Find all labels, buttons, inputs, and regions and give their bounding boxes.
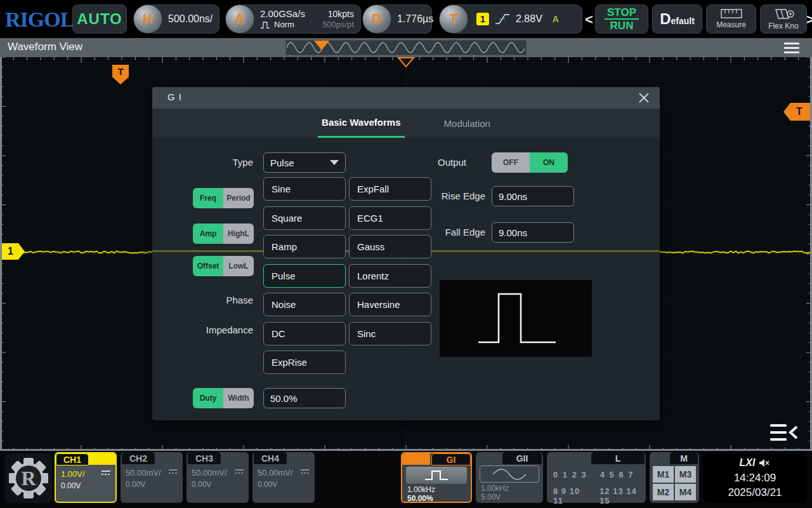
mute-speaker-icon [759,458,770,468]
math-m4[interactable]: M4 [675,484,696,500]
ch2-scale: 50.00mV/ [126,468,161,478]
duty-input[interactable]: 50.0% [263,388,346,408]
math-m1[interactable]: M1 [653,466,674,483]
waveform-lorentz[interactable]: Lorentz [349,264,431,288]
ch2-offset: 0.00V [126,480,145,489]
toolbar-scroll-right-icon[interactable]: > [806,11,812,28]
waveform-ramp[interactable]: Ramp [263,235,346,258]
output-on-label[interactable]: ON [530,152,568,173]
acquire-knob-button[interactable]: A [225,4,254,34]
delay-knob-button[interactable]: D [362,4,391,34]
width-label[interactable]: Width [223,388,254,408]
channel-card-ch1[interactable]: CH1 1.00V/ 0.00V [55,452,117,503]
ch4-coupling-icon [300,469,310,475]
logic-digits-row2a: 8 9 10 11 [553,486,589,505]
amp-label[interactable]: Amp [193,224,223,244]
channel-card-ch4[interactable]: CH4 50.00mV/ 0.00V [252,452,315,503]
bottom-status-bar: R CH1 1.00V/ 0.00V CH2 50.00mV/ 0.00V CH… [0,451,812,508]
waveform-noise[interactable]: Noise [263,293,346,316]
default-button[interactable]: Default [652,4,702,34]
ch2-coupling-icon [168,469,178,475]
type-value: Pulse [270,157,294,168]
channel-card-ch3[interactable]: CH3 50.00mV/ 0.00V [187,452,249,503]
waveform-display[interactable]: T T 1 G I Basic Waveforms Modulation Typ… [0,57,812,451]
ch1-coupling-icon [101,470,111,476]
navigator-position-marker[interactable] [314,41,329,50]
waveform-navigator[interactable] [285,40,527,55]
trigger-position-marker[interactable] [396,57,416,69]
fall-edge-input[interactable]: 9.00ns [492,222,574,243]
logic-card[interactable]: L 0 1 2 3 4 5 6 7 8 9 10 11 12 13 14 15 [547,452,646,503]
trigger-level: 2.88V [516,13,542,25]
lowl-label[interactable]: LowL [223,256,254,276]
trigger-knob-button[interactable]: T [439,4,468,34]
dialog-titlebar[interactable]: G I [152,87,660,109]
chevron-down-icon [330,160,339,165]
channel-card-ch2[interactable]: CH2 50.00mV/ 0.00V [121,452,183,503]
output-toggle[interactable]: OFF ON [492,152,568,173]
ch1-tab: CH1 [56,453,89,465]
math-m2[interactable]: M2 [653,484,674,500]
logic-digits-row2b: 12 13 14 15 [599,486,646,505]
status-clock-block[interactable]: LXI 14:24:09 2025/03/21 [703,452,807,503]
system-date: 2025/03/21 [703,486,807,499]
acquisition-mode-badge[interactable]: AUTO [72,4,127,34]
waveform-expfall[interactable]: ExpFall [349,177,431,201]
duty-width-toggle[interactable]: Duty Width [193,388,254,408]
horizontal-knob-button[interactable]: H [133,4,162,34]
stop-run-button[interactable]: STOP RUN [595,4,648,34]
waveform-pulse[interactable]: Pulse [263,264,346,288]
waveform-sinc[interactable]: Sinc [349,322,431,345]
lxi-logo: LXI [740,457,756,469]
acquire-box[interactable]: 2.00GSa/s 10kpts Norm 500ps/pt [243,4,361,34]
run-label: RUN [610,20,634,32]
math-m3[interactable]: M3 [675,466,696,483]
tab-basic-waveforms[interactable]: Basic Waveforms [318,109,405,138]
duty-label[interactable]: Duty [193,388,223,408]
waveform-ecg1[interactable]: ECG1 [349,206,431,230]
trigger-source-badge: 1 [476,13,489,25]
flex-knob-button[interactable]: Flex Kno [760,4,807,34]
ch3-offset: 0.00V [192,480,211,489]
rise-edge-input[interactable]: 9.00ns [492,186,574,206]
highl-label[interactable]: HighL [223,224,254,244]
freq-label[interactable]: Freq [193,188,223,208]
generator-card-gii[interactable]: GII 1.00kHz 5.00V [476,452,543,503]
ch3-scale: 50.00mV/ [192,468,227,478]
rigol-gear-icon: R [9,457,48,499]
type-dropdown[interactable]: Pulse [263,152,346,173]
math-tab: M [670,452,698,464]
ch1-tab-strip [86,453,115,465]
waveform-haversine[interactable]: Haversine [349,293,431,316]
flex-knob-label: Flex Kno [768,22,798,30]
freq-period-toggle[interactable]: Freq Period [193,188,254,208]
output-off-label[interactable]: OFF [492,152,530,173]
logic-digits-row1b: 4 5 6 7 [600,470,634,479]
trigger-box[interactable]: 1 2.88V A [457,4,582,34]
measure-button[interactable]: Measure [706,4,756,34]
ch4-scale: 50.00mV/ [258,468,293,478]
tab-modulation[interactable]: Modulation [440,109,494,138]
menu-collapse-icon[interactable] [770,423,798,442]
waveform-square[interactable]: Square [263,206,346,230]
trigger-sweep: A [553,14,559,24]
sample-rate: 2.00GSa/s [260,8,305,20]
close-icon[interactable] [637,91,651,105]
period-label[interactable]: Period [223,188,254,208]
waveform-dc[interactable]: DC [263,322,346,345]
math-card[interactable]: M M1 M3 M2 M4 [650,452,699,503]
ch1-scale: 1.00V/ [61,469,85,479]
amp-highl-toggle[interactable]: Amp HighL [193,224,254,244]
waveform-exprise[interactable]: ExpRise [263,351,346,374]
pulse-preview-icon [440,280,592,357]
toolbar-scroll-left-icon[interactable]: < [585,11,593,28]
offset-label[interactable]: Offset [193,256,223,276]
generator-card-gi[interactable]: GI 1.00kHz 50.00% [401,452,472,503]
waveform-menu-icon[interactable] [784,43,799,53]
stop-label: STOP [605,6,639,20]
offset-lowl-toggle[interactable]: Offset LowL [193,256,254,276]
rigol-gear-button[interactable]: R [5,453,52,503]
ch3-coupling-icon [234,469,244,475]
waveform-sine[interactable]: Sine [263,177,346,201]
waveform-gauss[interactable]: Gauss [349,235,431,258]
